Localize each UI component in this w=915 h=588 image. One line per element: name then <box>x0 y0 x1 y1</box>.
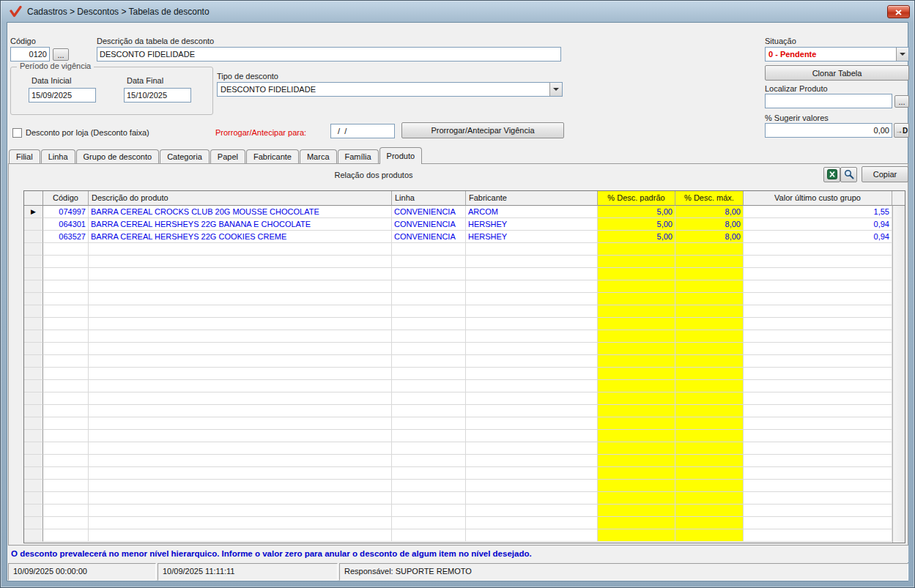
cell-descricao[interactable] <box>89 355 392 368</box>
cell-linha[interactable] <box>392 442 466 455</box>
cell-desc_padrao[interactable] <box>598 455 675 467</box>
codigo-browse-button[interactable]: ... <box>53 48 69 61</box>
tab-produto[interactable]: Produto <box>379 147 423 164</box>
table-row[interactable] <box>24 380 905 392</box>
cell-valor[interactable] <box>744 293 892 305</box>
cell-codigo[interactable] <box>43 268 89 280</box>
table-row[interactable] <box>24 280 905 293</box>
cell-descricao[interactable] <box>89 380 392 392</box>
cell-fabricante[interactable] <box>466 280 598 293</box>
cell-desc_padrao[interactable] <box>598 467 675 480</box>
tab-grupo-de-desconto[interactable]: Grupo de desconto <box>76 149 160 163</box>
cell-descricao[interactable] <box>89 392 392 405</box>
cell-descricao[interactable] <box>89 417 392 430</box>
cell-fabricante[interactable] <box>466 480 598 492</box>
table-row[interactable] <box>24 343 905 355</box>
tab-papel[interactable]: Papel <box>210 149 245 163</box>
cell-desc_max[interactable] <box>675 405 744 417</box>
cell-desc_max[interactable] <box>675 368 744 380</box>
data-final-field[interactable]: 15/10/2025 <box>124 88 191 103</box>
cell-desc_max[interactable] <box>675 517 744 529</box>
cell-desc_max[interactable]: 8,00 <box>675 206 744 218</box>
cell-fabricante[interactable] <box>466 430 598 442</box>
cell-fabricante[interactable]: ARCOM <box>466 206 598 218</box>
table-row[interactable] <box>24 256 905 268</box>
close-button[interactable] <box>887 5 910 18</box>
cell-desc_max[interactable] <box>675 430 744 442</box>
cell-desc_max[interactable] <box>675 392 744 405</box>
table-row[interactable] <box>24 243 905 256</box>
codigo-field[interactable]: 0120 <box>10 47 50 62</box>
cell-valor[interactable] <box>744 417 892 430</box>
cell-linha[interactable] <box>392 455 466 467</box>
tab-categoria[interactable]: Categoria <box>160 149 210 163</box>
cell-codigo[interactable] <box>43 430 89 442</box>
table-row[interactable] <box>24 442 905 455</box>
cell-descricao[interactable] <box>89 330 392 343</box>
cell-desc_max[interactable] <box>675 243 744 256</box>
cell-codigo[interactable] <box>43 293 89 305</box>
cell-codigo[interactable] <box>43 392 89 405</box>
cell-descricao[interactable] <box>89 492 392 505</box>
cell-descricao[interactable] <box>89 529 392 542</box>
cell-descricao[interactable] <box>89 305 392 318</box>
cell-valor[interactable] <box>744 268 892 280</box>
cell-desc_max[interactable] <box>675 417 744 430</box>
column-header-desc-padrao[interactable]: % Desc. padrão <box>598 191 675 206</box>
cell-descricao[interactable]: BARRA CEREAL CROCKS CLUB 20G MOUSSE CHOC… <box>89 206 392 218</box>
table-row[interactable] <box>24 405 905 417</box>
table-row[interactable] <box>24 467 905 480</box>
table-row[interactable] <box>24 355 905 368</box>
cell-valor[interactable] <box>744 280 892 293</box>
cell-linha[interactable] <box>392 343 466 355</box>
table-row[interactable] <box>24 268 905 280</box>
cell-fabricante[interactable] <box>466 330 598 343</box>
cell-desc_max[interactable] <box>675 467 744 480</box>
cell-fabricante[interactable] <box>466 442 598 455</box>
cell-fabricante[interactable] <box>466 355 598 368</box>
cell-linha[interactable] <box>392 318 466 330</box>
cell-valor[interactable] <box>744 368 892 380</box>
situacao-combo[interactable]: 0 - Pendente <box>765 47 909 62</box>
cell-desc_max[interactable] <box>675 305 744 318</box>
cell-desc_padrao[interactable] <box>598 517 675 529</box>
cell-desc_max[interactable] <box>675 268 744 280</box>
cell-linha[interactable] <box>392 517 466 529</box>
cell-descricao[interactable] <box>89 318 392 330</box>
cell-valor[interactable] <box>744 355 892 368</box>
vertical-scrollbar[interactable] <box>892 206 905 543</box>
cell-codigo[interactable] <box>43 355 89 368</box>
cell-codigo[interactable] <box>43 330 89 343</box>
cell-descricao[interactable] <box>89 430 392 442</box>
cell-codigo[interactable] <box>43 318 89 330</box>
cell-valor[interactable] <box>744 430 892 442</box>
cell-codigo[interactable] <box>43 343 89 355</box>
cell-valor[interactable] <box>744 505 892 517</box>
copiar-button[interactable]: Copiar <box>862 166 908 182</box>
cell-fabricante[interactable] <box>466 505 598 517</box>
cell-valor[interactable] <box>744 305 892 318</box>
cell-codigo[interactable] <box>43 455 89 467</box>
table-row[interactable] <box>24 455 905 467</box>
cell-desc_padrao[interactable] <box>598 430 675 442</box>
cell-codigo[interactable] <box>43 243 89 256</box>
titlebar[interactable]: Cadastros > Descontos > Tabelas de desco… <box>1 1 914 22</box>
cell-linha[interactable]: CONVENIENCIA <box>392 231 466 243</box>
cell-desc_padrao[interactable] <box>598 529 675 542</box>
cell-linha[interactable] <box>392 243 466 256</box>
desconto-loja-checkbox[interactable] <box>12 128 22 138</box>
cell-desc_padrao[interactable] <box>598 293 675 305</box>
cell-linha[interactable] <box>392 380 466 392</box>
cell-descricao[interactable] <box>89 442 392 455</box>
cell-descricao[interactable] <box>89 505 392 517</box>
column-header-codigo[interactable]: Código <box>43 191 89 206</box>
cell-desc_max[interactable]: 8,00 <box>675 218 744 231</box>
cell-valor[interactable] <box>744 243 892 256</box>
cell-desc_max[interactable] <box>675 442 744 455</box>
column-header-linha[interactable]: Linha <box>392 191 466 206</box>
cell-codigo[interactable] <box>43 505 89 517</box>
cell-desc_max[interactable] <box>675 318 744 330</box>
cell-desc_max[interactable] <box>675 505 744 517</box>
tab-filial[interactable]: Filial <box>9 149 40 163</box>
cell-fabricante[interactable] <box>466 417 598 430</box>
